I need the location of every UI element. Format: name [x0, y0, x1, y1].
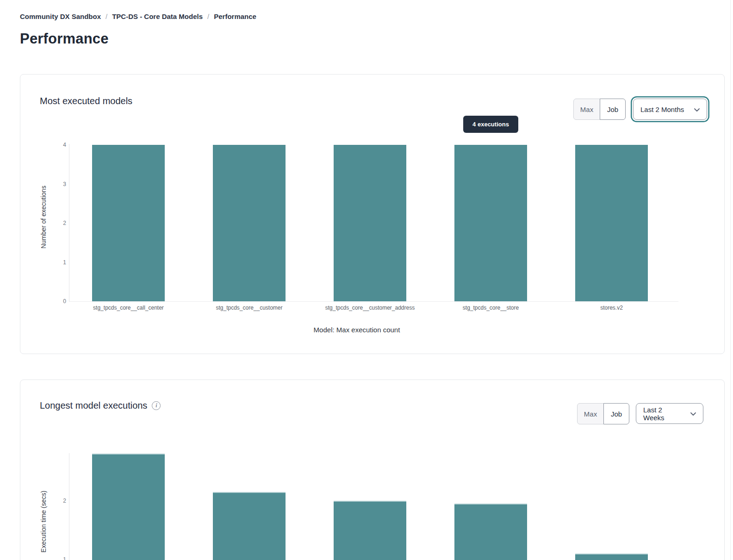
- bar-2[interactable]: [334, 501, 406, 560]
- aggregation-toggle: Max Job: [577, 403, 629, 424]
- job-toggle-button[interactable]: Job: [603, 403, 629, 424]
- bar-chart-plot-area: [69, 453, 678, 560]
- bar-3[interactable]: [454, 504, 527, 560]
- longest-model-executions-card: Longest model executions i Max Job Last …: [20, 380, 725, 560]
- chevron-down-icon: [690, 410, 696, 417]
- time-range-select[interactable]: Last 2 Months: [633, 99, 707, 120]
- breadcrumb-separator: /: [207, 12, 209, 20]
- page-title: Performance: [20, 31, 109, 47]
- bar-3[interactable]: [454, 145, 527, 301]
- y-tick-3: 3: [52, 181, 66, 187]
- y-tick-4: 4: [52, 142, 66, 148]
- chart-tooltip: 4 executions: [463, 116, 518, 133]
- bar-0[interactable]: [92, 145, 165, 301]
- x-category-label: stg_tpcds_core__store: [426, 305, 556, 311]
- max-toggle-button[interactable]: Max: [573, 99, 600, 120]
- breadcrumb-item-current: Performance: [214, 12, 256, 20]
- content-right-divider: [730, 0, 731, 560]
- breadcrumb-item-environment[interactable]: TPC-DS - Core Data Models: [112, 12, 203, 20]
- bar-0[interactable]: [92, 454, 165, 560]
- max-toggle-button[interactable]: Max: [577, 403, 604, 424]
- bar-1[interactable]: [213, 145, 286, 301]
- bar-1[interactable]: [213, 492, 286, 560]
- chart-controls: Max Job Last 2 Months: [573, 99, 707, 120]
- most-executed-models-card: Most executed models Max Job Last 2 Mont…: [20, 74, 725, 354]
- aggregation-toggle: Max Job: [573, 99, 626, 120]
- bar-4[interactable]: [575, 554, 648, 560]
- y-axis-label: Number of executions: [40, 148, 47, 286]
- breadcrumb-item-project[interactable]: Community DX Sandbox: [20, 12, 101, 20]
- y-axis-label: Execution time (secs): [40, 452, 47, 560]
- bar-4[interactable]: [575, 145, 648, 301]
- x-category-label: stg_tpcds_core__call_center: [64, 305, 193, 311]
- x-category-label: stg_tpcds_core__customer_address: [305, 305, 435, 311]
- chevron-down-icon: [694, 106, 700, 113]
- x-axis-title: Model: Max execution count: [264, 326, 449, 334]
- chart-controls: Max Job Last 2 Weeks: [577, 403, 703, 424]
- time-range-select[interactable]: Last 2 Weeks: [636, 403, 703, 424]
- card-title: Longest model executions i: [40, 400, 161, 411]
- x-category-label: stg_tpcds_core__customer: [185, 305, 314, 311]
- y-tick-0: 0: [52, 298, 66, 305]
- bar-chart-plot-area: [69, 145, 678, 301]
- card-title: Most executed models: [40, 96, 132, 106]
- breadcrumb-separator: /: [106, 12, 107, 20]
- info-icon[interactable]: i: [152, 401, 161, 410]
- y-tick-2: 2: [52, 498, 66, 504]
- y-tick-2: 2: [52, 220, 66, 226]
- x-axis-line: [69, 301, 678, 302]
- job-toggle-button[interactable]: Job: [600, 99, 626, 120]
- time-range-value: Last 2 Months: [640, 106, 684, 113]
- y-tick-1: 1: [52, 259, 66, 266]
- card-title-text: Most executed models: [40, 96, 132, 106]
- y-tick-1: 1: [52, 556, 66, 560]
- x-category-label: stores.v2: [547, 305, 677, 311]
- breadcrumb: Community DX Sandbox / TPC-DS - Core Dat…: [20, 12, 256, 20]
- card-title-text: Longest model executions: [40, 400, 147, 411]
- time-range-value: Last 2 Weeks: [643, 406, 685, 422]
- bar-2[interactable]: [334, 145, 406, 301]
